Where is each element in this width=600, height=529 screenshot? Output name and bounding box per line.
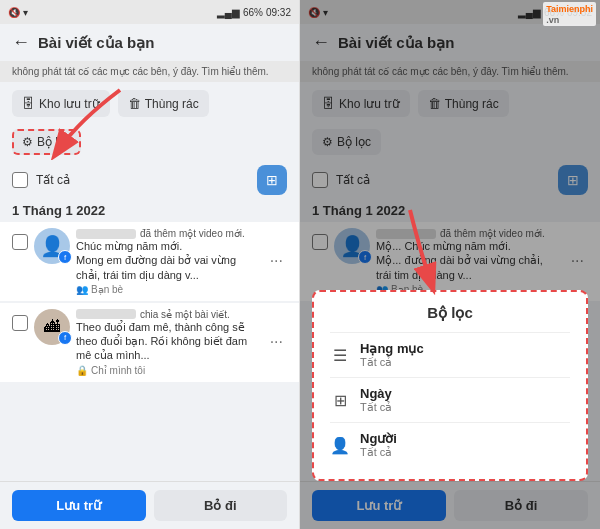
filter-option-text-3: Người Tất cả [360, 431, 397, 459]
filter-option-ngay[interactable]: ⊞ Ngày Tất cả [330, 377, 570, 422]
post-meta-1: 👥 Bạn bè [76, 284, 260, 295]
post-meta-2: 🔒 Chỉ mình tôi [76, 365, 260, 376]
post-content-1: đã thêm một video mới. Chúc mừng năm mới… [76, 228, 260, 295]
avatar-wrap-2: 🏙 f [34, 309, 70, 345]
date-section-left: 1 Tháng 1 2022 [0, 199, 299, 222]
select-all-checkbox-left[interactable] [12, 172, 28, 188]
right-panel: Taimienphi.vn 🔇 ▾ ▂▄▆ 66% 09:32 ← Bài vi… [300, 0, 600, 529]
page-title-left: Bài viết của bạn [38, 34, 154, 52]
clock-left: 09:32 [266, 7, 291, 18]
header-left: ← Bài viết của bạn [0, 24, 299, 61]
post-action-2: chia sẻ một bài viết. [140, 309, 230, 320]
bottom-bar-left: Lưu trữ Bỏ đi [0, 481, 299, 529]
filter-modal: Bộ lọc ☰ Hạng mục Tất cả ⊞ Ngày Tất cả 👤… [312, 290, 588, 481]
grid-view-button-left[interactable]: ⊞ [257, 165, 287, 195]
left-panel: 🔇 ▾ ▂▄▆ 66% 09:32 ← Bài viết của bạn khô… [0, 0, 300, 529]
status-icons-left: 🔇 ▾ [8, 7, 28, 18]
avatar-badge-1: f [58, 250, 72, 264]
filter-modal-title: Bộ lọc [330, 304, 570, 322]
select-all-label-left: Tất cả [36, 173, 70, 187]
post-text-1: Chúc mừng năm mới.Mong em đường dài bở v… [76, 239, 260, 282]
post-checkbox-2[interactable] [12, 315, 28, 331]
wifi-icon: ▾ [23, 7, 28, 18]
avatar-wrap-1: 👤 f [34, 228, 70, 264]
friends-icon-1: 👥 [76, 284, 88, 295]
post-action-1: đã thêm một video mới. [140, 228, 245, 239]
filter-option-hangmuc[interactable]: ☰ Hạng mục Tất cả [330, 332, 570, 377]
post-header-1: đã thêm một video mới. [76, 228, 260, 239]
mute-icon: 🔇 [8, 7, 20, 18]
select-all-row-left: Tất cả ⊞ [0, 161, 299, 199]
status-bar-left: 🔇 ▾ ▂▄▆ 66% 09:32 [0, 0, 299, 24]
filter-option-text-1: Hạng mục Tất cả [360, 341, 424, 369]
status-right-left: ▂▄▆ 66% 09:32 [217, 7, 291, 18]
person-icon: 👤 [330, 436, 350, 455]
post-content-2: chia sẻ một bài viết. Theo đuổi đam mê, … [76, 309, 260, 376]
delete-button-left[interactable]: Bỏ đi [154, 490, 288, 521]
filter-button-left[interactable]: ⚙ Bộ lọc [12, 129, 81, 155]
post-item-2: 🏙 f chia sẻ một bài viết. Theo đuổi đam … [0, 303, 299, 382]
post-checkbox-1[interactable] [12, 234, 28, 250]
filter-option-nguoi[interactable]: 👤 Người Tất cả [330, 422, 570, 467]
grid-icon-left: ⊞ [266, 172, 278, 188]
post-more-1[interactable]: ··· [266, 252, 287, 270]
trash-icon: 🗑 [128, 96, 141, 111]
lock-icon-2: 🔒 [76, 365, 88, 376]
back-button-left[interactable]: ← [12, 32, 30, 53]
notice-bar-left: không phát tát cố các mực các bên, ý đây… [0, 61, 299, 82]
save-archive-button[interactable]: 🗄 Kho lưu trữ [12, 90, 110, 117]
post-blurred-name-1 [76, 229, 136, 239]
action-row-left: 🗄 Kho lưu trữ 🗑 Thùng rác [0, 82, 299, 125]
post-header-2: chia sẻ một bài viết. [76, 309, 260, 320]
save-button-left[interactable]: Lưu trữ [12, 490, 146, 521]
filter-option-text-2: Ngày Tất cả [360, 386, 392, 414]
filter-icon-left: ⚙ [22, 135, 33, 149]
filter-row-left: ⚙ Bộ lọc [0, 125, 299, 161]
watermark: Taimienphi.vn [543, 2, 596, 26]
post-text-2: Theo đuổi đam mê, thành công sẽ theo đuổ… [76, 320, 260, 363]
archive-icon: 🗄 [22, 96, 35, 111]
post-more-2[interactable]: ··· [266, 333, 287, 351]
signal-icon: ▂▄▆ [217, 7, 240, 18]
post-item-1: 👤 f đã thêm một video mới. Chúc mừng năm… [0, 222, 299, 301]
post-blurred-name-2 [76, 309, 136, 319]
trash-button[interactable]: 🗑 Thùng rác [118, 90, 209, 117]
avatar-badge-2: f [58, 331, 72, 345]
battery-level: 66% [243, 7, 263, 18]
list-icon: ☰ [330, 346, 350, 365]
calendar-icon: ⊞ [330, 391, 350, 410]
